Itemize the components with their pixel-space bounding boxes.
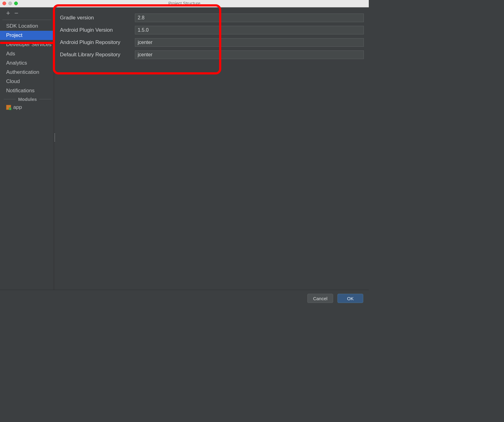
module-item-label: app [13,104,22,110]
field-row-gradle-version: Gradle version [58,14,364,22]
sidebar-item-label: Analytics [6,60,27,66]
default-library-repository-input[interactable] [135,50,364,59]
sidebar-item-sdk-location[interactable]: SDK Location [0,22,54,31]
bottom-bar: Cancel OK [0,290,369,309]
field-row-plugin-repository: Android Plugin Repository [58,38,364,47]
cancel-button[interactable]: Cancel [307,294,333,303]
field-row-plugin-version: Android Plugin Version [58,26,364,34]
sidebar-item-label: SDK Location [6,23,38,29]
titlebar: Project Structure [0,0,369,7]
divider-line [39,99,51,99]
main-panel: Gradle version Android Plugin Version An… [56,7,369,290]
splitter-handle[interactable] [54,7,56,290]
gradle-version-input[interactable] [135,14,364,22]
minimize-window-button[interactable] [8,2,12,5]
field-label: Android Plugin Repository [58,39,135,46]
sidebar-item-authentication[interactable]: Authentication [0,68,54,77]
sidebar-item-label: Project [6,32,22,38]
field-label: Default Library Repository [58,52,135,58]
sidebar-item-label: Developer Services [6,42,51,47]
sidebar-item-label: Cloud [6,78,20,84]
sidebar-item-label: Ads [6,51,15,57]
sidebar-item-analytics[interactable]: Analytics [0,58,54,68]
traffic-lights [2,2,18,5]
android-plugin-repository-input[interactable] [135,38,364,47]
sidebar-item-project[interactable]: Project [0,31,54,40]
android-plugin-version-input[interactable] [135,26,364,34]
field-label: Android Plugin Version [58,27,135,33]
modules-group-header: Modules [0,95,54,103]
sidebar-item-notifications[interactable]: Notifications [0,86,54,95]
module-icon [6,105,11,110]
maximize-window-button[interactable] [14,2,18,5]
close-window-button[interactable] [2,2,6,5]
sidebar-item-label: Authentication [6,69,39,75]
field-row-library-repository: Default Library Repository [58,50,364,59]
sidebar: + − SDK Location Project Developer Servi… [0,7,54,290]
sidebar-item-ads[interactable]: Ads [0,49,54,58]
modules-header-label: Modules [18,97,37,102]
window-title: Project Structure [0,1,369,6]
add-icon[interactable]: + [6,10,10,17]
sidebar-item-cloud[interactable]: Cloud [0,77,54,86]
divider-line [4,99,16,99]
workspace: + − SDK Location Project Developer Servi… [0,7,369,290]
ok-button[interactable]: OK [337,294,363,303]
sidebar-separator [2,20,51,20]
sidebar-toolbar: + − [0,9,54,20]
sidebar-item-label: Notifications [6,88,35,94]
field-label: Gradle version [58,15,135,21]
sidebar-item-developer-services[interactable]: Developer Services [0,40,54,49]
remove-icon[interactable]: − [14,10,18,17]
module-item-app[interactable]: app [0,103,54,112]
